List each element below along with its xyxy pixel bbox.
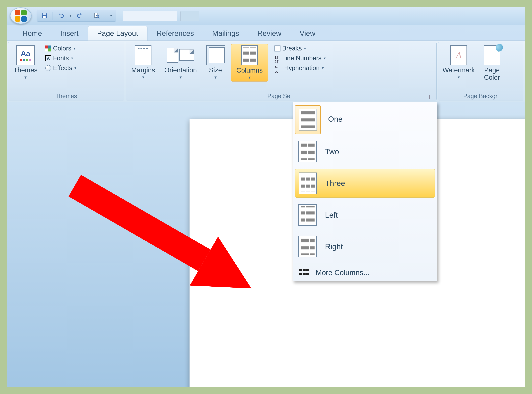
columns-dropdown: One Two Three Left Right More Columns... xyxy=(293,102,437,281)
undo-dropdown-caret[interactable]: ▾ xyxy=(69,14,71,18)
save-icon[interactable] xyxy=(41,12,48,19)
ribbon-tab-bar: Home Insert Page Layout References Maili… xyxy=(7,25,525,41)
orientation-icon xyxy=(167,48,194,62)
watermark-icon: A xyxy=(450,45,467,65)
two-column-icon xyxy=(298,141,317,162)
group-label-page-setup: Page Se xyxy=(128,92,429,100)
fonts-icon: A xyxy=(45,55,51,61)
svg-line-5 xyxy=(99,18,99,18)
word-window: ▾ ▾ Home Insert Page Layout References M… xyxy=(7,7,525,387)
orientation-button[interactable]: Orientation▾ xyxy=(161,44,200,81)
office-button[interactable] xyxy=(10,7,32,24)
columns-option-one[interactable] xyxy=(295,105,321,134)
page-setup-dialog-launcher[interactable] xyxy=(429,95,433,99)
group-themes: Aa Themes ▾ Colors▾ AFonts▾ Effects▾ The… xyxy=(8,42,124,100)
themes-button[interactable]: Aa Themes ▾ xyxy=(11,44,40,81)
columns-option-right[interactable]: Right xyxy=(295,233,435,261)
group-page-setup: Margins▾ Orientation▾ Size▾ Columns▾ Bre… xyxy=(126,42,436,100)
margins-button[interactable]: Margins▾ xyxy=(128,44,158,81)
group-label-page-background: Page Backgr xyxy=(440,92,520,100)
one-column-icon xyxy=(299,109,317,130)
effects-icon xyxy=(45,65,51,71)
page-color-icon xyxy=(484,45,500,65)
margins-icon xyxy=(135,45,151,65)
page-color-button[interactable]: Page Color xyxy=(480,44,504,82)
print-preview-icon[interactable] xyxy=(93,12,100,19)
effects-button[interactable]: Effects▾ xyxy=(44,63,78,73)
hyphenation-icon: a-bc xyxy=(275,65,282,71)
tab-references[interactable]: References xyxy=(148,26,203,41)
size-button[interactable]: Size▾ xyxy=(203,44,228,81)
columns-button[interactable]: Columns▾ xyxy=(231,44,268,82)
quick-access-toolbar: ▾ ▾ xyxy=(37,10,116,22)
svg-rect-2 xyxy=(43,16,46,18)
secondary-tab xyxy=(180,11,199,21)
tab-page-layout[interactable]: Page Layout xyxy=(88,26,147,41)
tab-home[interactable]: Home xyxy=(13,26,51,41)
columns-icon xyxy=(241,45,258,65)
group-page-background: A Watermark▾ Page Color Page Backgr xyxy=(438,42,523,100)
themes-icon: Aa xyxy=(16,45,35,65)
columns-option-two[interactable]: Two xyxy=(295,137,435,166)
columns-option-left[interactable]: Left xyxy=(295,201,435,229)
tab-mailings[interactable]: Mailings xyxy=(203,26,248,41)
document-title-area xyxy=(123,11,177,21)
redo-icon[interactable] xyxy=(76,12,83,19)
colors-button[interactable]: Colors▾ xyxy=(44,44,78,53)
title-bar: ▾ ▾ xyxy=(7,7,525,25)
tab-insert[interactable]: Insert xyxy=(51,26,88,41)
ribbon: Aa Themes ▾ Colors▾ AFonts▾ Effects▾ The… xyxy=(7,41,525,102)
columns-option-three[interactable]: Three xyxy=(295,169,435,197)
undo-icon[interactable] xyxy=(58,12,64,19)
breaks-icon xyxy=(275,46,281,52)
tab-review[interactable]: Review xyxy=(248,26,290,41)
columns-one-label: One xyxy=(328,115,342,123)
office-logo-icon xyxy=(15,10,27,22)
line-numbers-button[interactable]: 1¶2¶Line Numbers▾ xyxy=(273,54,327,63)
group-label-themes: Themes xyxy=(11,92,122,100)
instruction-arrow xyxy=(37,163,303,313)
hyphenation-button[interactable]: a-bcHyphenation▾ xyxy=(273,63,327,73)
size-icon xyxy=(206,45,225,65)
fonts-button[interactable]: AFonts▾ xyxy=(44,54,78,63)
line-numbers-icon: 1¶2¶ xyxy=(275,55,281,61)
colors-icon xyxy=(45,46,51,52)
tab-view[interactable]: View xyxy=(290,26,325,41)
svg-rect-6 xyxy=(69,175,210,271)
breaks-button[interactable]: Breaks▾ xyxy=(273,44,327,53)
watermark-button[interactable]: A Watermark▾ xyxy=(440,44,477,81)
svg-rect-1 xyxy=(43,13,46,15)
qat-customize-caret[interactable]: ▾ xyxy=(110,14,112,18)
more-columns-button[interactable]: More Columns... xyxy=(295,264,435,281)
